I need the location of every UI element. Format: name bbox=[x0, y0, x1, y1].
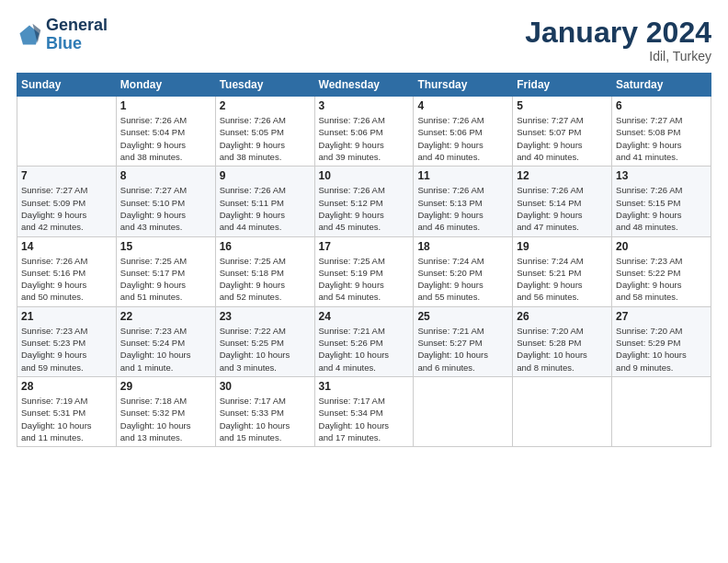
day-info: Sunrise: 7:21 AM Sunset: 5:26 PM Dayligh… bbox=[319, 325, 410, 373]
day-info: Sunrise: 7:25 AM Sunset: 5:18 PM Dayligh… bbox=[220, 255, 311, 304]
day-info: Sunrise: 7:23 AM Sunset: 5:24 PM Dayligh… bbox=[120, 325, 211, 373]
day-info: Sunrise: 7:26 AM Sunset: 5:12 PM Dayligh… bbox=[319, 184, 410, 233]
day-info: Sunrise: 7:26 AM Sunset: 5:06 PM Dayligh… bbox=[417, 114, 508, 163]
title-area: January 2024 Idil, Turkey bbox=[525, 17, 711, 63]
week-row-4: 28Sunrise: 7:19 AM Sunset: 5:31 PM Dayli… bbox=[17, 376, 711, 446]
header-thursday: Thursday bbox=[414, 74, 513, 97]
day-number: 6 bbox=[616, 99, 707, 112]
day-info: Sunrise: 7:26 AM Sunset: 5:05 PM Dayligh… bbox=[220, 114, 311, 163]
calendar-cell: 16Sunrise: 7:25 AM Sunset: 5:18 PM Dayli… bbox=[215, 236, 314, 306]
calendar-cell: 3Sunrise: 7:26 AM Sunset: 5:06 PM Daylig… bbox=[314, 97, 414, 167]
calendar-cell: 5Sunrise: 7:27 AM Sunset: 5:07 PM Daylig… bbox=[513, 97, 612, 167]
day-number: 15 bbox=[120, 240, 211, 253]
header-friday: Friday bbox=[513, 74, 612, 97]
day-info: Sunrise: 7:26 AM Sunset: 5:14 PM Dayligh… bbox=[517, 184, 608, 233]
day-number: 27 bbox=[616, 310, 707, 323]
week-row-2: 14Sunrise: 7:26 AM Sunset: 5:16 PM Dayli… bbox=[17, 236, 711, 306]
day-number: 1 bbox=[120, 99, 211, 112]
calendar-cell: 21Sunrise: 7:23 AM Sunset: 5:23 PM Dayli… bbox=[17, 306, 117, 376]
day-number: 11 bbox=[417, 169, 508, 182]
day-number: 3 bbox=[319, 99, 410, 112]
calendar-cell: 15Sunrise: 7:25 AM Sunset: 5:17 PM Dayli… bbox=[116, 236, 215, 306]
calendar-table: Sunday Monday Tuesday Wednesday Thursday… bbox=[17, 73, 711, 447]
day-info: Sunrise: 7:20 AM Sunset: 5:29 PM Dayligh… bbox=[616, 325, 707, 373]
day-number: 4 bbox=[417, 99, 508, 112]
day-number: 7 bbox=[21, 169, 112, 182]
day-number: 23 bbox=[220, 310, 311, 323]
calendar-cell: 4Sunrise: 7:26 AM Sunset: 5:06 PM Daylig… bbox=[414, 97, 513, 167]
day-number: 21 bbox=[21, 310, 112, 323]
calendar-cell: 17Sunrise: 7:25 AM Sunset: 5:19 PM Dayli… bbox=[314, 236, 414, 306]
calendar-cell: 18Sunrise: 7:24 AM Sunset: 5:20 PM Dayli… bbox=[414, 236, 513, 306]
calendar-cell bbox=[513, 376, 612, 446]
day-info: Sunrise: 7:27 AM Sunset: 5:08 PM Dayligh… bbox=[616, 114, 707, 163]
day-info: Sunrise: 7:24 AM Sunset: 5:20 PM Dayligh… bbox=[417, 255, 508, 304]
day-info: Sunrise: 7:19 AM Sunset: 5:31 PM Dayligh… bbox=[21, 395, 112, 443]
page-header: General Blue January 2024 Idil, Turkey bbox=[17, 17, 711, 63]
day-number: 13 bbox=[616, 169, 707, 182]
calendar-header-row: Sunday Monday Tuesday Wednesday Thursday… bbox=[17, 74, 711, 97]
day-info: Sunrise: 7:27 AM Sunset: 5:07 PM Dayligh… bbox=[517, 114, 608, 163]
calendar-cell: 19Sunrise: 7:24 AM Sunset: 5:21 PM Dayli… bbox=[513, 236, 612, 306]
logo-icon bbox=[17, 22, 42, 48]
day-number: 29 bbox=[120, 380, 211, 393]
header-saturday: Saturday bbox=[612, 74, 711, 97]
header-sunday: Sunday bbox=[17, 74, 117, 97]
calendar-cell: 30Sunrise: 7:17 AM Sunset: 5:33 PM Dayli… bbox=[215, 376, 314, 446]
day-number: 28 bbox=[21, 380, 112, 393]
calendar-cell: 9Sunrise: 7:26 AM Sunset: 5:11 PM Daylig… bbox=[215, 167, 314, 236]
week-row-3: 21Sunrise: 7:23 AM Sunset: 5:23 PM Dayli… bbox=[17, 306, 711, 376]
day-info: Sunrise: 7:22 AM Sunset: 5:25 PM Dayligh… bbox=[220, 325, 311, 373]
day-info: Sunrise: 7:23 AM Sunset: 5:23 PM Dayligh… bbox=[21, 325, 112, 373]
day-info: Sunrise: 7:27 AM Sunset: 5:10 PM Dayligh… bbox=[120, 184, 211, 233]
calendar-cell: 23Sunrise: 7:22 AM Sunset: 5:25 PM Dayli… bbox=[215, 306, 314, 376]
day-info: Sunrise: 7:26 AM Sunset: 5:13 PM Dayligh… bbox=[417, 184, 508, 233]
calendar-cell: 29Sunrise: 7:18 AM Sunset: 5:32 PM Dayli… bbox=[116, 376, 215, 446]
calendar-cell: 31Sunrise: 7:17 AM Sunset: 5:34 PM Dayli… bbox=[314, 376, 414, 446]
page-container: General Blue January 2024 Idil, Turkey S… bbox=[0, 0, 728, 456]
day-number: 22 bbox=[120, 310, 211, 323]
day-number: 19 bbox=[517, 240, 608, 253]
day-number: 12 bbox=[517, 169, 608, 182]
calendar-cell: 24Sunrise: 7:21 AM Sunset: 5:26 PM Dayli… bbox=[314, 306, 414, 376]
day-info: Sunrise: 7:27 AM Sunset: 5:09 PM Dayligh… bbox=[21, 184, 112, 233]
day-info: Sunrise: 7:26 AM Sunset: 5:06 PM Dayligh… bbox=[319, 114, 410, 163]
logo-line2: Blue bbox=[46, 35, 108, 53]
calendar-cell: 6Sunrise: 7:27 AM Sunset: 5:08 PM Daylig… bbox=[612, 97, 711, 167]
calendar-cell: 25Sunrise: 7:21 AM Sunset: 5:27 PM Dayli… bbox=[414, 306, 513, 376]
day-number: 20 bbox=[616, 240, 707, 253]
day-number: 30 bbox=[220, 380, 311, 393]
day-number: 18 bbox=[417, 240, 508, 253]
day-number: 10 bbox=[319, 169, 410, 182]
logo-line1: General bbox=[46, 17, 108, 35]
header-wednesday: Wednesday bbox=[314, 74, 414, 97]
calendar-cell: 22Sunrise: 7:23 AM Sunset: 5:24 PM Dayli… bbox=[116, 306, 215, 376]
calendar-cell: 11Sunrise: 7:26 AM Sunset: 5:13 PM Dayli… bbox=[414, 167, 513, 236]
header-monday: Monday bbox=[116, 74, 215, 97]
day-info: Sunrise: 7:20 AM Sunset: 5:28 PM Dayligh… bbox=[517, 325, 608, 373]
day-info: Sunrise: 7:25 AM Sunset: 5:17 PM Dayligh… bbox=[120, 255, 211, 304]
calendar-cell bbox=[612, 376, 711, 446]
header-tuesday: Tuesday bbox=[215, 74, 314, 97]
calendar-cell: 14Sunrise: 7:26 AM Sunset: 5:16 PM Dayli… bbox=[17, 236, 117, 306]
day-number: 16 bbox=[220, 240, 311, 253]
calendar-cell: 26Sunrise: 7:20 AM Sunset: 5:28 PM Dayli… bbox=[513, 306, 612, 376]
week-row-0: 1Sunrise: 7:26 AM Sunset: 5:04 PM Daylig… bbox=[17, 97, 711, 167]
calendar-cell: 13Sunrise: 7:26 AM Sunset: 5:15 PM Dayli… bbox=[612, 167, 711, 236]
calendar-cell: 10Sunrise: 7:26 AM Sunset: 5:12 PM Dayli… bbox=[314, 167, 414, 236]
day-number: 9 bbox=[220, 169, 311, 182]
day-number: 17 bbox=[319, 240, 410, 253]
day-number: 31 bbox=[319, 380, 410, 393]
calendar-cell: 28Sunrise: 7:19 AM Sunset: 5:31 PM Dayli… bbox=[17, 376, 117, 446]
location-subtitle: Idil, Turkey bbox=[525, 49, 711, 63]
day-number: 26 bbox=[517, 310, 608, 323]
day-number: 25 bbox=[417, 310, 508, 323]
calendar-cell: 8Sunrise: 7:27 AM Sunset: 5:10 PM Daylig… bbox=[116, 167, 215, 236]
day-number: 2 bbox=[220, 99, 311, 112]
day-number: 24 bbox=[319, 310, 410, 323]
day-number: 14 bbox=[21, 240, 112, 253]
day-info: Sunrise: 7:26 AM Sunset: 5:04 PM Dayligh… bbox=[120, 114, 211, 163]
day-info: Sunrise: 7:26 AM Sunset: 5:15 PM Dayligh… bbox=[616, 184, 707, 233]
calendar-cell bbox=[414, 376, 513, 446]
calendar-cell: 7Sunrise: 7:27 AM Sunset: 5:09 PM Daylig… bbox=[17, 167, 117, 236]
